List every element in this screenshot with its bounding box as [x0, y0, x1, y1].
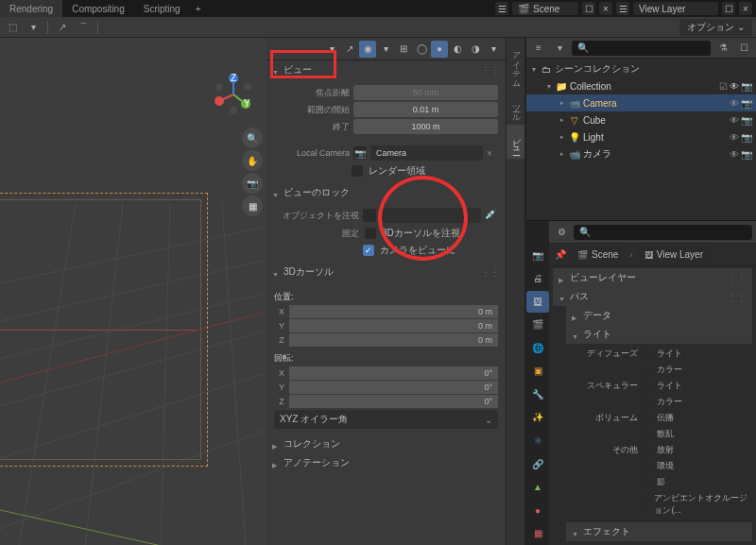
- chevron-icon[interactable]: ▸: [558, 116, 566, 124]
- render-region-checkbox[interactable]: [352, 165, 363, 177]
- tree-row[interactable]: ▸📹Camera👁📷: [526, 94, 756, 111]
- wireframe-icon[interactable]: ◯: [413, 41, 430, 58]
- cursor-loc-y[interactable]: 0 m: [289, 319, 498, 332]
- material-preview-icon[interactable]: ◐: [449, 41, 466, 58]
- cursor-loc-x[interactable]: 0 m: [289, 305, 498, 318]
- specular-light-checkbox[interactable]: [642, 381, 653, 392]
- tree-row[interactable]: ▸💡Light👁📷: [526, 128, 756, 145]
- clear-camera-icon[interactable]: ×: [487, 148, 498, 159]
- prop-data-header[interactable]: データ: [566, 306, 752, 325]
- filter-icon[interactable]: ⚗: [714, 40, 731, 57]
- object-browse-icon[interactable]: [363, 209, 376, 222]
- n-tab-tool[interactable]: ツール: [507, 91, 524, 125]
- clip-end-input[interactable]: 1000 m: [353, 119, 498, 134]
- layer-new-button[interactable]: ☐: [722, 2, 735, 15]
- cursor-loc-z[interactable]: 0 m: [289, 333, 498, 347]
- overlay-dd-icon[interactable]: ▾: [377, 41, 394, 58]
- render-icon[interactable]: 📷: [741, 115, 752, 126]
- panel-menu-icon[interactable]: ⋮⋮: [481, 267, 500, 278]
- tab-rendering[interactable]: Rendering: [0, 0, 62, 17]
- new-collection-icon[interactable]: ☐: [735, 40, 752, 57]
- layer-delete-button[interactable]: ×: [739, 2, 752, 15]
- eyedropper-icon[interactable]: 💉: [485, 209, 498, 222]
- cursor-rot-z[interactable]: 0°: [289, 395, 498, 408]
- 3d-viewport[interactable]: Z Y 🔍 ✋ 📷 ▦: [0, 38, 266, 545]
- prop-tab-viewlayer[interactable]: 🖼: [526, 291, 549, 313]
- chevron-icon[interactable]: ▸: [558, 150, 566, 158]
- pin-icon[interactable]: 📌: [555, 249, 566, 260]
- panel-menu-icon[interactable]: ⋮⋮: [728, 292, 747, 302]
- lock-3dcursor-checkbox[interactable]: [365, 228, 376, 239]
- n-tab-item[interactable]: アイテム: [507, 38, 524, 91]
- prop-tab-texture[interactable]: ▦: [526, 522, 549, 544]
- prop-tab-constraints[interactable]: 🔗: [526, 453, 549, 475]
- outliner-search[interactable]: 🔍: [572, 41, 711, 56]
- tab-compositing[interactable]: Compositing: [62, 0, 134, 17]
- eye-icon[interactable]: 👁: [730, 81, 739, 92]
- prop-tab-world[interactable]: 🌐: [526, 337, 549, 359]
- hide-icon[interactable]: 👁: [730, 98, 739, 109]
- overlays-icon[interactable]: ◉: [359, 41, 376, 58]
- hide-icon[interactable]: 👁: [730, 115, 739, 126]
- scene-browse-icon[interactable]: ☰: [495, 2, 508, 15]
- prop-tab-material[interactable]: ●: [526, 500, 549, 521]
- diffuse-color-checkbox[interactable]: [642, 365, 653, 376]
- prop-tab-particles[interactable]: ✨: [526, 407, 549, 429]
- scene-delete-button[interactable]: ×: [599, 2, 612, 15]
- render-icon[interactable]: 📷: [741, 149, 752, 160]
- focal-length-input[interactable]: 50 mm: [353, 85, 498, 100]
- mode-icon[interactable]: ▾: [25, 19, 42, 36]
- chevron-down-icon[interactable]: ▼: [530, 66, 538, 73]
- panel-menu-icon[interactable]: ⋮⋮: [728, 273, 747, 283]
- prop-tab-object[interactable]: ▣: [526, 361, 549, 383]
- scene-new-button[interactable]: ☐: [582, 2, 595, 15]
- environment-checkbox[interactable]: [642, 461, 653, 472]
- xray-icon[interactable]: ⊞: [395, 41, 412, 58]
- outliner-editor-icon[interactable]: ≡: [530, 40, 547, 57]
- exclude-checkbox[interactable]: ☑: [719, 81, 728, 92]
- prop-passes-header[interactable]: パス⋮⋮: [553, 287, 752, 306]
- n-tab-view[interactable]: ビュー: [507, 125, 524, 159]
- breadcrumb-scene[interactable]: 🎬 Scene: [572, 247, 624, 262]
- cursor-rot-x[interactable]: 0°: [289, 366, 498, 380]
- render-icon[interactable]: 📷: [741, 81, 752, 92]
- rotation-mode-dropdown[interactable]: XYZ オイラー角: [274, 410, 498, 429]
- chevron-icon[interactable]: ▸: [558, 133, 566, 141]
- cursor-nav-icon[interactable]: ↗: [54, 19, 71, 36]
- prop-tab-physics[interactable]: ⚛: [526, 430, 549, 451]
- breadcrumb-layer[interactable]: 🖼 View Layer: [639, 247, 709, 262]
- ao-checkbox[interactable]: [642, 499, 650, 510]
- add-workspace-tab[interactable]: +: [190, 0, 207, 17]
- properties-search[interactable]: 🔍: [574, 225, 752, 240]
- panel-3dcursor-header[interactable]: 3Dカーソル ⋮⋮: [266, 263, 506, 281]
- prop-tab-data[interactable]: ▲: [526, 476, 549, 498]
- prop-tab-scene[interactable]: 🎬: [526, 315, 549, 336]
- diffuse-light-checkbox[interactable]: [642, 349, 653, 360]
- shading-dd-icon[interactable]: ▾: [485, 41, 502, 58]
- prop-light-header[interactable]: ライト: [566, 325, 752, 344]
- local-camera-input[interactable]: Camera: [370, 145, 483, 161]
- prop-tab-modifiers[interactable]: 🔧: [526, 383, 549, 405]
- editor-type-icon[interactable]: ⬚: [4, 19, 21, 36]
- arc-icon[interactable]: ⌒: [75, 19, 92, 36]
- tree-row[interactable]: ▸📹カメラ👁📷: [526, 145, 756, 162]
- tree-row-root[interactable]: ▼ 🗀 シーンコレクション: [526, 60, 756, 77]
- volume-trans-checkbox[interactable]: [642, 413, 653, 424]
- prop-viewlayer-header[interactable]: ビューレイヤー⋮⋮: [553, 268, 752, 287]
- prop-effects-header[interactable]: エフェクト: [566, 522, 752, 541]
- options-dropdown[interactable]: オプション ⌄: [679, 19, 752, 36]
- gizmo-toggle-icon[interactable]: ↗: [341, 41, 358, 58]
- panel-menu-icon[interactable]: ⋮⋮: [481, 65, 500, 76]
- prop-tab-output[interactable]: 🖨: [526, 268, 549, 290]
- zoom-icon[interactable]: 🔍: [242, 128, 263, 148]
- tree-row[interactable]: ▼📁Collection☑👁📷: [526, 77, 756, 94]
- camera-view-icon[interactable]: 📷: [242, 173, 263, 194]
- panel-collections-header[interactable]: コレクション: [266, 434, 506, 453]
- display-mode-icon[interactable]: ▾: [551, 40, 568, 57]
- shadow-checkbox[interactable]: [642, 477, 653, 488]
- cursor-rot-y[interactable]: 0°: [289, 381, 498, 394]
- chevron-icon[interactable]: ▼: [545, 83, 553, 90]
- move-icon[interactable]: ✋: [242, 150, 263, 171]
- nav-gizmo[interactable]: Z Y: [208, 71, 250, 113]
- specular-color-checkbox[interactable]: [642, 397, 653, 408]
